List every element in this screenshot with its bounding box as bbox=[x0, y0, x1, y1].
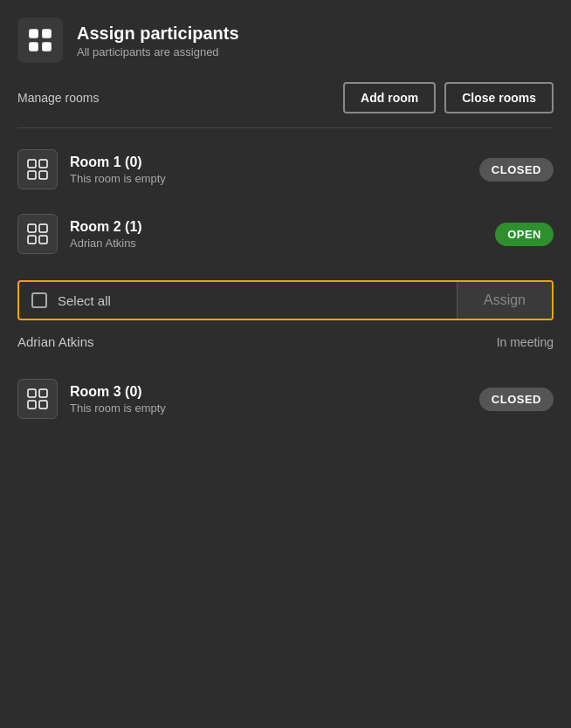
svg-rect-7 bbox=[39, 171, 47, 179]
room1-icon bbox=[17, 149, 58, 189]
room2-desc: Adrian Atkins bbox=[70, 237, 483, 250]
room3-info: Room 3 (0) This room is empty bbox=[70, 384, 467, 415]
page-title: Assign participants bbox=[77, 23, 239, 44]
room3-icon bbox=[17, 379, 58, 419]
room1-name: Room 1 (0) bbox=[70, 155, 467, 170]
svg-rect-6 bbox=[28, 171, 36, 179]
close-rooms-button[interactable]: Close rooms bbox=[444, 82, 554, 113]
svg-rect-10 bbox=[28, 236, 36, 244]
room3-status-badge: CLOSED bbox=[479, 388, 554, 411]
room1-info: Room 1 (0) This room is empty bbox=[70, 155, 467, 185]
svg-rect-11 bbox=[39, 236, 47, 244]
select-all-label: Select all bbox=[58, 293, 111, 308]
room3-name: Room 3 (0) bbox=[70, 384, 467, 400]
room2-icon bbox=[17, 214, 58, 254]
add-room-button[interactable]: Add room bbox=[343, 82, 436, 113]
svg-rect-0 bbox=[29, 29, 38, 38]
room2-info: Room 2 (1) Adrian Atkins bbox=[70, 219, 483, 250]
svg-rect-4 bbox=[28, 160, 36, 168]
svg-rect-15 bbox=[39, 401, 47, 409]
select-assign-bar: Select all Assign bbox=[17, 280, 554, 320]
svg-rect-2 bbox=[29, 42, 38, 52]
manage-rooms-label: Manage rooms bbox=[17, 91, 334, 105]
svg-rect-1 bbox=[42, 29, 52, 38]
header-text: Assign participants All participants are… bbox=[77, 23, 239, 58]
participant-status: In meeting bbox=[497, 335, 554, 349]
room-list: Room 1 (0) This room is empty CLOSED Roo… bbox=[0, 128, 571, 275]
room-list-2: Room 3 (0) This room is empty CLOSED bbox=[0, 358, 571, 440]
select-all-checkbox[interactable] bbox=[31, 292, 47, 308]
participant-row: Adrian Atkins In meeting bbox=[0, 326, 571, 358]
svg-rect-13 bbox=[39, 389, 47, 397]
assign-button[interactable]: Assign bbox=[457, 282, 552, 319]
svg-rect-12 bbox=[28, 389, 36, 397]
svg-rect-5 bbox=[39, 160, 47, 168]
room-item-3: Room 3 (0) This room is empty CLOSED bbox=[17, 367, 554, 431]
room2-status-badge: OPEN bbox=[495, 223, 554, 246]
room1-status-badge: CLOSED bbox=[479, 158, 554, 182]
svg-rect-9 bbox=[39, 224, 47, 232]
header: Assign participants All participants are… bbox=[0, 0, 571, 73]
svg-rect-3 bbox=[42, 42, 52, 52]
room-item-1: Room 1 (0) This room is empty CLOSED bbox=[17, 137, 554, 202]
breakout-rooms-icon bbox=[17, 17, 63, 63]
assign-participants-panel: Assign participants All participants are… bbox=[0, 0, 571, 728]
toolbar: Manage rooms Add room Close rooms bbox=[0, 73, 571, 127]
participant-name: Adrian Atkins bbox=[17, 334, 485, 349]
room-item-2: Room 2 (1) Adrian Atkins OPEN bbox=[17, 202, 554, 266]
select-bar-inner: Select all bbox=[19, 284, 457, 317]
room1-desc: This room is empty bbox=[70, 172, 467, 185]
room3-desc: This room is empty bbox=[70, 402, 467, 415]
svg-rect-8 bbox=[28, 224, 36, 232]
svg-rect-14 bbox=[28, 401, 36, 409]
room2-name: Room 2 (1) bbox=[70, 219, 483, 235]
page-subtitle: All participants are assigned bbox=[77, 45, 239, 58]
